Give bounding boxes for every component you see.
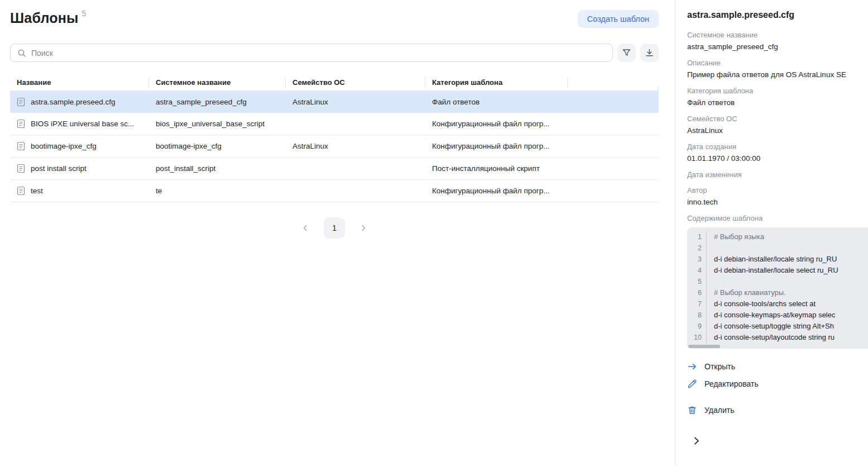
title-wrap: Шаблоны 5 (10, 10, 86, 26)
file-icon (17, 119, 25, 129)
field-value: inno.tech (687, 197, 857, 207)
code-line: 4d-i debian-installer/locale select ru_R… (687, 265, 868, 276)
edit-action-label: Редактировать (704, 379, 759, 388)
cell-category: Конфигурационный файл прогр... (425, 120, 568, 128)
code-line: 2 (687, 242, 868, 254)
export-button[interactable] (640, 44, 659, 62)
cell-name: test (31, 187, 43, 195)
table-header-row: Название Системное название Семейство ОС… (10, 74, 659, 91)
templates-main: Шаблоны 5 Создать шаблон (0, 0, 675, 466)
column-header-system-name: Системное название (149, 74, 286, 91)
cell-name: bootimage-ipxe_cfg (31, 142, 97, 150)
page-header: Шаблоны 5 Создать шаблон (10, 10, 659, 35)
pagination-page-1[interactable]: 1 (324, 217, 345, 239)
field-label: Дата создания (687, 142, 857, 151)
open-action[interactable]: Открыть (687, 362, 857, 372)
templates-count-badge: 5 (82, 9, 87, 18)
field-value: Пример файла ответов для OS AstraLinux S… (687, 70, 857, 79)
table-row[interactable]: bootimage-ipxe_cfg bootimage-ipxe_cfg As… (10, 135, 659, 158)
code-line: 10d-i console-setup/layoutcode string ru (687, 332, 868, 343)
field-label: Дата изменения (687, 170, 857, 179)
edit-action[interactable]: Редактировать (687, 379, 857, 389)
file-icon (17, 186, 25, 196)
open-action-label: Открыть (704, 362, 735, 371)
chevron-right-icon (359, 224, 367, 232)
pencil-icon (687, 379, 697, 389)
search-icon (17, 49, 26, 58)
cell-name: post install script (31, 164, 87, 173)
field-value: 01.01.1970 / 03:00:00 (687, 154, 857, 163)
pagination-prev-button[interactable] (299, 222, 311, 234)
code-line: 9d-i console-setup/toggle string Alt+Sh (687, 321, 868, 332)
cell-os-family: AstraLinux (286, 142, 425, 150)
field-author: Автор inno.tech (687, 186, 857, 207)
table-row[interactable]: BIOS iPXE universal base sc... bios_ipxe… (10, 113, 659, 135)
chevron-left-icon (301, 224, 309, 232)
file-icon (17, 97, 25, 107)
field-value: astra_sample_preseed_cfg (687, 42, 857, 51)
field-value: Файл ответов (687, 98, 857, 107)
filter-button[interactable] (617, 44, 636, 62)
cell-system-name: post_install_script (149, 164, 286, 173)
field-label: Автор (687, 186, 857, 194)
field-value: AstraLinux (687, 126, 857, 135)
field-description: Описание Пример файла ответов для OS Ast… (687, 59, 857, 79)
file-icon (17, 141, 25, 151)
create-template-button[interactable]: Создать шаблон (578, 10, 659, 28)
code-line: 7d-i console-tools/archs select at (687, 298, 868, 310)
field-system-name: Системное название astra_sample_preseed_… (687, 31, 857, 51)
column-header-os-family: Семейство ОС (286, 74, 425, 91)
templates-table: Название Системное название Семейство ОС… (10, 74, 659, 202)
download-icon (645, 48, 654, 58)
cell-category: Пост-инсталляционный скрипт (425, 164, 568, 173)
app-window: Шаблоны 5 Создать шаблон (0, 0, 868, 466)
field-label: Семейство ОС (687, 115, 857, 123)
cell-name: astra.sample.preseed.cfg (31, 98, 116, 106)
field-modified-date: Дата изменения (687, 170, 857, 179)
pagination: 1 (10, 217, 659, 239)
cell-os-family: AstraLinux (286, 98, 425, 106)
field-label: Описание (687, 59, 857, 67)
cell-category: Файл ответов (425, 98, 568, 106)
cell-system-name: bootimage-ipxe_cfg (149, 142, 286, 150)
code-line: 5 (687, 276, 868, 287)
field-created-date: Дата создания 01.01.1970 / 03:00:00 (687, 142, 857, 163)
code-line: 3d-i debian-installer/locale string ru_R… (687, 254, 868, 265)
horizontal-scrollbar[interactable] (688, 345, 720, 348)
pagination-next-button[interactable] (357, 222, 370, 234)
cell-category: Конфигурационный файл прогр... (425, 142, 568, 150)
search-row (10, 44, 659, 62)
cell-system-name: te (149, 187, 286, 195)
cell-system-name: astra_sample_preseed_cfg (149, 98, 286, 106)
file-icon (17, 164, 25, 173)
column-header-name: Название (10, 74, 149, 91)
cell-name: BIOS iPXE universal base sc... (31, 120, 134, 128)
delete-action[interactable]: Удалить (687, 405, 857, 415)
table-row[interactable]: astra.sample.preseed.cfg astra_sample_pr… (10, 91, 659, 113)
search-input[interactable] (31, 49, 606, 58)
table-row[interactable]: test te Конфигурационный файл прогр... (10, 180, 659, 202)
details-panel: astra.sample.preseed.cfg Системное назва… (675, 0, 868, 466)
template-content-viewer[interactable]: 1# Выбор языка 2 3d-i debian-installer/l… (687, 227, 868, 349)
code-line: 1# Выбор языка (687, 231, 868, 242)
funnel-icon (622, 48, 631, 58)
cell-system-name: bios_ipxe_universal_base_script (149, 120, 286, 128)
table-row[interactable]: post install script post_install_script … (10, 158, 659, 180)
field-label: Категория шаблона (687, 87, 857, 95)
arrow-right-icon (687, 362, 697, 372)
code-line: 6# Выбор клавиатуры. (687, 287, 868, 298)
field-category: Категория шаблона Файл ответов (687, 87, 857, 107)
details-title: astra.sample.preseed.cfg (687, 10, 857, 20)
collapse-panel-button[interactable] (690, 435, 703, 447)
column-header-category: Категория шаблона (425, 74, 568, 91)
field-label: Системное название (687, 31, 857, 39)
trash-icon (687, 405, 697, 415)
template-content-label: Содержимое шаблона (687, 214, 857, 222)
code-line: 8d-i console-keymaps-at/keymap selec (687, 310, 868, 321)
field-os-family: Семейство ОС AstraLinux (687, 115, 857, 135)
page-title: Шаблоны (10, 10, 79, 26)
search-box (10, 44, 613, 62)
delete-action-label: Удалить (704, 406, 734, 415)
cell-category: Конфигурационный файл прогр... (425, 187, 568, 195)
chevron-right-icon (692, 436, 702, 446)
